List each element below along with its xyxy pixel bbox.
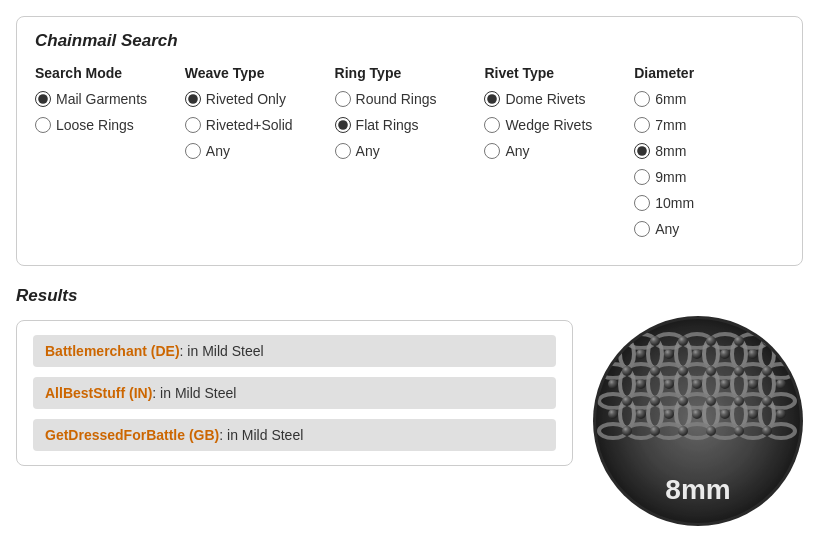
svg-point-89 <box>678 426 688 436</box>
result-link-battlemerchant[interactable]: Battlemerchant (DE) <box>45 343 180 359</box>
svg-point-2 <box>599 334 627 348</box>
svg-point-57 <box>692 349 702 359</box>
diameter-header: Diameter <box>634 65 774 81</box>
rivet-any[interactable]: Any <box>484 143 624 159</box>
results-list: Battlemerchant (DE): in Mild Steel AllBe… <box>16 320 573 466</box>
rivet-type-col: Rivet Type Dome Rivets Wedge Rivets Any <box>484 65 634 247</box>
list-item: AllBestStuff (IN): in Mild Steel <box>33 377 556 409</box>
svg-point-74 <box>622 396 632 406</box>
results-section: Results Battlemerchant (DE): in Mild Ste… <box>16 286 803 526</box>
svg-point-61 <box>622 366 632 376</box>
svg-point-78 <box>734 396 744 406</box>
svg-point-69 <box>664 379 674 389</box>
svg-point-65 <box>734 366 744 376</box>
list-item: GetDressedForBattle (GB): in Mild Steel <box>33 419 556 451</box>
weave-type-header: Weave Type <box>185 65 325 81</box>
diameter-7mm[interactable]: 7mm <box>634 117 774 133</box>
search-mode-loose-rings[interactable]: Loose Rings <box>35 117 175 133</box>
weave-any-label: Any <box>206 143 230 159</box>
rivet-type-header: Rivet Type <box>484 65 624 81</box>
results-left: Results Battlemerchant (DE): in Mild Ste… <box>16 286 573 466</box>
result-link-getdressedfor[interactable]: GetDressedForBattle (GB) <box>45 427 219 443</box>
list-item: Battlemerchant (DE): in Mild Steel <box>33 335 556 367</box>
svg-point-85 <box>748 409 758 419</box>
svg-point-77 <box>706 396 716 406</box>
weave-riveted-only[interactable]: Riveted Only <box>185 91 325 107</box>
diameter-9mm-label: 9mm <box>655 169 686 185</box>
rivet-dome-label: Dome Rivets <box>505 91 585 107</box>
svg-point-59 <box>748 349 758 359</box>
svg-point-70 <box>692 379 702 389</box>
diameter-8mm[interactable]: 8mm <box>634 143 774 159</box>
svg-point-81 <box>636 409 646 419</box>
svg-point-88 <box>650 426 660 436</box>
svg-point-54 <box>608 349 618 359</box>
search-mode-mail-garments[interactable]: Mail Garments <box>35 91 175 107</box>
search-grid: Search Mode Mail Garments Loose Rings We… <box>35 65 784 247</box>
svg-point-80 <box>608 409 618 419</box>
svg-point-48 <box>622 336 632 346</box>
search-title: Chainmail Search <box>35 31 784 51</box>
svg-point-63 <box>678 366 688 376</box>
svg-point-8 <box>767 334 795 348</box>
result-link-allbeststuff[interactable]: AllBestStuff (IN) <box>45 385 152 401</box>
svg-point-52 <box>734 336 744 346</box>
results-title: Results <box>16 286 573 306</box>
ring-flat[interactable]: Flat Rings <box>335 117 475 133</box>
svg-point-53 <box>762 336 772 346</box>
rivet-any-label: Any <box>505 143 529 159</box>
diameter-6mm[interactable]: 6mm <box>634 91 774 107</box>
svg-point-51 <box>706 336 716 346</box>
svg-point-76 <box>678 396 688 406</box>
diameter-any[interactable]: Any <box>634 221 774 237</box>
diameter-7mm-label: 7mm <box>655 117 686 133</box>
chainmail-visualization: 8mm <box>593 316 803 526</box>
diameter-10mm[interactable]: 10mm <box>634 195 774 211</box>
svg-point-84 <box>720 409 730 419</box>
diameter-6mm-label: 6mm <box>655 91 686 107</box>
ring-any-label: Any <box>356 143 380 159</box>
svg-point-68 <box>636 379 646 389</box>
svg-point-60 <box>776 349 786 359</box>
diameter-10mm-label: 10mm <box>655 195 694 211</box>
svg-point-72 <box>748 379 758 389</box>
svg-point-87 <box>622 426 632 436</box>
diameter-9mm[interactable]: 9mm <box>634 169 774 185</box>
diameter-8mm-label: 8mm <box>655 143 686 159</box>
weave-riveted-only-label: Riveted Only <box>206 91 286 107</box>
search-mode-header: Search Mode <box>35 65 175 81</box>
svg-point-66 <box>762 366 772 376</box>
weave-any[interactable]: Any <box>185 143 325 159</box>
svg-point-79 <box>762 396 772 406</box>
weave-type-col: Weave Type Riveted Only Riveted+Solid An… <box>185 65 335 247</box>
svg-point-83 <box>692 409 702 419</box>
diameter-any-label: Any <box>655 221 679 237</box>
search-mode-loose-rings-label: Loose Rings <box>56 117 134 133</box>
ring-round[interactable]: Round Rings <box>335 91 475 107</box>
svg-point-92 <box>762 426 772 436</box>
rivet-wedge[interactable]: Wedge Rivets <box>484 117 624 133</box>
ring-any[interactable]: Any <box>335 143 475 159</box>
svg-point-75 <box>650 396 660 406</box>
svg-point-64 <box>706 366 716 376</box>
svg-point-90 <box>706 426 716 436</box>
result-text-allbeststuff: : in Mild Steel <box>152 385 236 401</box>
svg-point-50 <box>678 336 688 346</box>
svg-point-67 <box>608 379 618 389</box>
weave-riveted-solid[interactable]: Riveted+Solid <box>185 117 325 133</box>
rivet-dome[interactable]: Dome Rivets <box>484 91 624 107</box>
svg-point-82 <box>664 409 674 419</box>
svg-point-58 <box>720 349 730 359</box>
svg-point-55 <box>636 349 646 359</box>
ring-flat-label: Flat Rings <box>356 117 419 133</box>
result-text-battlemerchant: : in Mild Steel <box>180 343 264 359</box>
svg-point-56 <box>664 349 674 359</box>
svg-point-62 <box>650 366 660 376</box>
search-panel: Chainmail Search Search Mode Mail Garmen… <box>16 16 803 266</box>
svg-point-86 <box>776 409 786 419</box>
search-mode-mail-garments-label: Mail Garments <box>56 91 147 107</box>
ring-round-label: Round Rings <box>356 91 437 107</box>
rivet-wedge-label: Wedge Rivets <box>505 117 592 133</box>
ring-type-col: Ring Type Round Rings Flat Rings Any <box>335 65 485 247</box>
svg-point-49 <box>650 336 660 346</box>
